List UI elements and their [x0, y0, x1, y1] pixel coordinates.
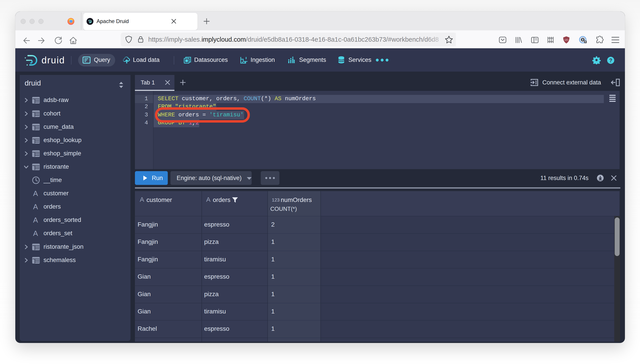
svg-text:UO: UO [564, 38, 568, 41]
svg-text:?: ? [609, 58, 612, 64]
